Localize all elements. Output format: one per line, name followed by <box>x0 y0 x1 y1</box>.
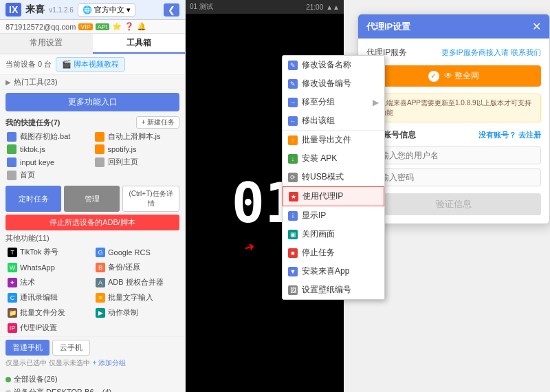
task-name: 截图存初始.bat <box>20 131 70 142</box>
shared-devices-row: 设备分享 DESKTOP-B6... (4) <box>6 386 179 392</box>
task-name: 首页 <box>20 170 35 180</box>
dialog-body: 代理IP服务 更多IP服务商接入请 联系我们 ✓ 👁 整全网 手机端来喜APP需… <box>358 39 549 224</box>
func-item-google-rcs[interactable]: G Google RCS <box>94 246 179 259</box>
list-item[interactable]: 截图存初始.bat <box>6 131 92 142</box>
ctx-show-ip[interactable]: i 显示IP <box>283 206 384 225</box>
remove-group-icon: ← <box>288 116 298 126</box>
task-icon <box>95 132 104 142</box>
list-item[interactable]: 回到主页 <box>94 156 180 168</box>
time: 21:00 <box>306 3 323 11</box>
ctx-wallpaper[interactable]: 🖼 设置壁纸编号 <box>283 281 384 299</box>
contacts-icon: C <box>8 293 17 303</box>
account-bar: 871912572@qq.com VIP API ⭐ ❓ 🔔 <box>0 20 185 34</box>
stop-bar[interactable]: 停止所选设备的ADB/脚本 <box>6 215 179 230</box>
new-task-button[interactable]: + 新建任务 <box>136 116 179 129</box>
password-input[interactable] <box>366 168 541 186</box>
wallpaper-icon: 🖼 <box>288 285 298 295</box>
export-icon: ↑ <box>288 135 298 145</box>
more-service-link[interactable]: 更多IP服务商接入请 联系我们 <box>441 47 541 58</box>
tab-common[interactable]: 常用设置 <box>0 34 93 54</box>
ctx-install-app[interactable]: ▼ 安装来喜App <box>283 262 384 281</box>
func-item-backup[interactable]: B 备份/还原 <box>94 261 179 274</box>
warning-text: 手机端来喜APP需要更新至1.0.8.9以上版本才可支持该功能 <box>373 99 531 116</box>
ctx-use-proxy[interactable]: ★ 使用代理IP <box>283 186 384 206</box>
files-icon: 📁 <box>8 308 17 318</box>
device-info: 当前设备 0 台 🎬 脚本视频教程 <box>0 54 185 75</box>
func-item-tiktok[interactable]: T TikTok 养号 <box>6 246 91 259</box>
tab-tools[interactable]: 工具箱 <box>93 34 186 54</box>
ctx-remove-from-group[interactable]: ← 移出该组 <box>283 111 384 130</box>
func-item-contacts[interactable]: C 通讯录编辑 <box>6 291 91 304</box>
other-functions: 其他功能(11) T TikTok 养号 G Google RCS W What… <box>0 230 185 336</box>
normal-phone-tab[interactable]: 普通手机 <box>6 340 50 356</box>
verify-button[interactable]: 验证信息 <box>366 193 541 215</box>
phone-topbar: 01 测试 21:00 ▲▲ <box>186 0 344 14</box>
username-input[interactable] <box>366 146 541 164</box>
ctx-usb-mode[interactable]: ⟳ 转USB模式 <box>283 168 384 186</box>
add-group-button[interactable]: + 添加分组 <box>93 358 126 368</box>
list-item[interactable]: 自动上滑脚本.js <box>94 131 180 142</box>
func-item-adb[interactable]: A ADB 授权合并器 <box>94 276 179 289</box>
ctx-move-to-group[interactable]: → 移至分组 ▶ <box>283 93 384 111</box>
register-link[interactable]: 没有账号？ 去注册 <box>478 130 541 140</box>
func-grid: T TikTok 养号 G Google RCS W WhatsApp B 备份… <box>6 246 179 334</box>
ctx-stop-task[interactable]: ■ 停止任务 <box>283 243 384 262</box>
batch-icon: ≡ <box>96 293 105 303</box>
task-name: tiktok.js <box>20 145 45 153</box>
cloud-phone-tab[interactable]: 云手机 <box>52 340 90 356</box>
more-entry-button[interactable]: 更多功能入口 <box>6 93 179 111</box>
lang-button[interactable]: 🌐 官方中文 ▾ <box>78 3 135 17</box>
func-item-proxy[interactable]: IP 代理IP设置 <box>6 321 91 334</box>
list-item[interactable]: input keye <box>6 156 92 168</box>
all-devices-row: 全部设备(26) <box>6 373 179 386</box>
list-item[interactable]: spotify.js <box>94 144 180 155</box>
service-row: 代理IP服务 更多IP服务商接入请 联系我们 <box>366 47 541 58</box>
submenu-arrow: ▶ <box>373 98 379 107</box>
proxy-btn-group: ✓ 👁 整全网 <box>366 65 541 87</box>
context-menu: ✎ 修改设备名称 ✎ 修改设备编号 → 移至分组 ▶ ← 移出该组 ↑ 批量导出… <box>282 55 385 300</box>
func-item-actions[interactable]: ▶ 动作录制 <box>94 306 179 319</box>
func-item-whatsapp[interactable]: W WhatsApp <box>6 261 91 274</box>
func-item-batch-text[interactable]: ≡ 批量文字输入 <box>94 291 179 304</box>
func-label: Google RCS <box>108 248 151 257</box>
header-bar: IX 来喜 v1.1.2.6 🌐 官方中文 ▾ ❮ <box>0 0 185 20</box>
app-title: 来喜 <box>25 3 45 16</box>
task-name: input keye <box>20 158 54 166</box>
check-icon: ✓ <box>428 71 439 82</box>
globe-icon: 🌐 <box>82 6 92 14</box>
ctx-change-number[interactable]: ✎ 修改设备编号 <box>283 74 384 93</box>
proxy-icon: IP <box>8 323 17 333</box>
status-dot <box>6 377 11 382</box>
ctx-rename-device[interactable]: ✎ 修改设备名称 <box>283 56 384 74</box>
schedule-button[interactable]: 定时任务 <box>6 186 61 212</box>
device-count: 当前设备 0 台 <box>6 59 52 69</box>
func-label: 代理IP设置 <box>20 323 57 333</box>
backup-icon: B <box>96 263 105 272</box>
dialog-close-button[interactable]: ✕ <box>532 20 541 33</box>
hot-tools-row: ▶ 热门工具(23) <box>0 75 185 90</box>
collapse-button[interactable]: ❮ <box>164 3 179 17</box>
group-hint: 仅显示已选中 仅显示未选中 + 添加分组 <box>6 358 179 368</box>
middle-panel: ➜ 01 测试 21:00 ▲▲ 01 ✎ 修改设备名称 ✎ 修改设备编号 → … <box>186 0 344 392</box>
help-icon[interactable]: ❓ <box>124 22 134 31</box>
manage-button[interactable]: 管理 <box>64 186 120 212</box>
install-icon: ↓ <box>288 154 298 164</box>
func-item-files[interactable]: 📁 批量文件分发 <box>6 306 91 319</box>
task-section: 我的快捷任务(7) + 新建任务 截图存初始.bat 自动上滑脚本.js tik… <box>0 114 185 183</box>
dialog-title: 代理IP设置 <box>366 21 410 33</box>
whole-network-button[interactable]: ✓ 👁 整全网 <box>366 65 541 87</box>
ctx-close-screen[interactable]: ▣ 关闭画面 <box>283 225 384 243</box>
func-label: 动作录制 <box>108 307 138 318</box>
task-title: 我的快捷任务(7) <box>6 118 60 128</box>
tutorial-button[interactable]: 🎬 脚本视频教程 <box>56 57 125 72</box>
ctx-install-apk[interactable]: ↓ 安装 APK <box>283 149 384 168</box>
detail-button[interactable]: (Ctrl+T)任务详情 <box>122 186 179 212</box>
list-item[interactable]: 首页 <box>6 169 92 181</box>
func-item-magic[interactable]: ✦ 法术 <box>6 276 91 289</box>
ctx-batch-export[interactable]: ↑ 批量导出文件 <box>283 130 384 149</box>
adb-icon: A <box>96 278 105 287</box>
task-header: 我的快捷任务(7) + 新建任务 <box>6 116 179 129</box>
bell-icon[interactable]: 🔔 <box>137 22 146 31</box>
list-item[interactable]: tiktok.js <box>6 144 92 155</box>
expand-icon[interactable]: ▶ <box>6 78 11 86</box>
